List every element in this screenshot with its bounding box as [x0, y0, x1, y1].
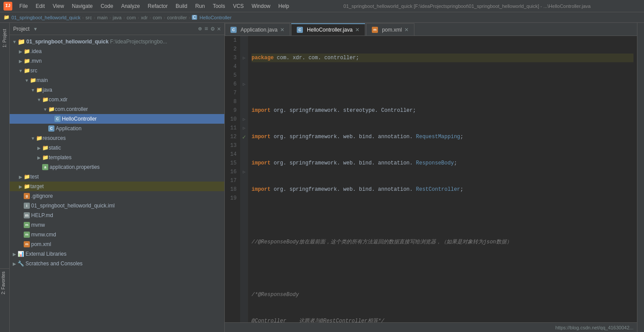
tree-item-gitignore[interactable]: g .gitignore: [10, 191, 224, 201]
tab-application[interactable]: C Application.java ✕: [225, 23, 290, 36]
tree-item-mvnwcmd[interactable]: m mvnw.cmd: [10, 230, 224, 239]
gutter: ▷ ▷ ▷ ▷ ✓ ▷: [240, 36, 248, 322]
tree-item-resources[interactable]: ▼ 📁 resources: [10, 133, 224, 143]
tree-item-templates[interactable]: ▶ 📁 templates: [10, 153, 224, 162]
favorites-tab-label[interactable]: 2: Favorites: [0, 269, 7, 297]
tree-item-root[interactable]: ▼ 📁 01_springboot_helloworld_quick F:\id…: [10, 37, 224, 46]
code-line-7: [252, 211, 633, 220]
tree-item-iml[interactable]: i 01_springboot_helloworld_quick.iml: [10, 201, 224, 211]
tree-root-label: 01_springboot_helloworld_quick F:\ideaPr…: [26, 39, 167, 45]
app-logo: IJ: [4, 2, 12, 11]
menu-window[interactable]: Window: [248, 2, 274, 10]
breadcrumb-class[interactable]: HelloController: [200, 15, 232, 20]
iml-icon: i: [24, 203, 30, 209]
tree-item-com-controller[interactable]: ▼ 📁 com.controller: [10, 104, 224, 114]
tree-arrow-test: ▶: [18, 175, 24, 179]
tree-item-helpmd[interactable]: m HELP.md: [10, 211, 224, 220]
editor-area: C Application.java ✕ C HelloController.j…: [225, 23, 637, 332]
folder-icon-java: 📁: [36, 87, 43, 93]
tree-item-pom[interactable]: m pom.xml: [10, 239, 224, 249]
status-url: https://blog.csdn.net/qq_41630042...: [555, 325, 633, 330]
tree-item-com-xdr[interactable]: ▼ 📁 com.xdr: [10, 95, 224, 104]
favorites-tab[interactable]: 2: Favorites: [0, 268, 10, 297]
tree-label-target: target: [30, 183, 44, 189]
scratches-icon: 🔧: [18, 261, 24, 267]
tree-item-idea[interactable]: ▶ 📁 .idea: [10, 46, 224, 56]
close-panel-icon[interactable]: ✕: [217, 25, 221, 32]
tree-item-src[interactable]: ▼ 📁 src: [10, 66, 224, 75]
line-numbers: 1 2 3 4 5 6 7 8 9 10 11 12 13 14 15 16 1…: [225, 36, 240, 322]
tab-icon-pom: m: [372, 27, 378, 33]
tab-close-application[interactable]: ✕: [280, 27, 284, 33]
main-area: 1: Project Project ▼ ⊕ ≡ ⚙ ✕ ▼ 📁 01_spri…: [0, 23, 644, 332]
project-header: Project ▼ ⊕ ≡ ⚙ ✕: [10, 23, 224, 35]
panel-tab-project[interactable]: 1: Project: [1, 26, 8, 50]
tree-label-mvn: .mvn: [30, 58, 42, 64]
tree-item-mvn[interactable]: ▶ 📁 .mvn: [10, 56, 224, 66]
menu-refactor[interactable]: Refactor: [144, 2, 171, 10]
window-title: 01_springboot_helloworld_quick [F:\ideaP…: [294, 4, 640, 9]
tree-item-target[interactable]: ▶ 📁 target: [10, 182, 224, 191]
tree-item-test[interactable]: ▶ 📁 test: [10, 172, 224, 182]
git-icon: g: [24, 193, 30, 199]
tree-item-main[interactable]: ▼ 📁 main: [10, 75, 224, 85]
locate-file-icon[interactable]: ⊕: [198, 25, 201, 32]
project-header-icons: ⊕ ≡ ⚙ ✕: [198, 25, 221, 32]
tree-label-test: test: [30, 174, 39, 180]
code-content[interactable]: package com. xdr. com. controller; impor…: [248, 36, 637, 322]
menu-tools[interactable]: Tools: [209, 2, 229, 10]
tree-item-hellocontroller[interactable]: C HelloController: [10, 114, 224, 124]
tree-label-gitignore: .gitignore: [31, 193, 53, 199]
menu-view[interactable]: View: [49, 2, 68, 10]
tree-label-src: src: [30, 68, 37, 74]
folder-icon-src: 📁: [24, 68, 30, 74]
project-panel: Project ▼ ⊕ ≡ ⚙ ✕ ▼ 📁 01_springboot_hell…: [10, 23, 225, 332]
tree-label-app-props: application.properties: [50, 164, 100, 170]
code-line-4: import org. springframework. web. bind. …: [252, 132, 633, 141]
collapse-all-icon[interactable]: ≡: [205, 25, 208, 32]
status-bar: https://blog.csdn.net/qq_41630042...: [225, 322, 637, 332]
folder-icon-test: 📁: [24, 174, 30, 180]
tree-item-java[interactable]: ▼ 📁 java: [10, 85, 224, 95]
menu-build[interactable]: Build: [172, 2, 191, 10]
menu-vcs[interactable]: VCS: [230, 2, 248, 10]
tab-label-hellocontroller: HelloController.java: [307, 27, 353, 33]
menu-file[interactable]: File: [16, 2, 31, 10]
tree-item-scratches[interactable]: ▶ 🔧 Scratches and Consoles: [10, 259, 224, 268]
folder-icon-main: 📁: [30, 77, 36, 83]
tree-item-application[interactable]: C Application: [10, 124, 224, 133]
tree-label-mvnw: mvnw: [31, 222, 45, 228]
tab-hellocontroller[interactable]: C HelloController.java ✕: [291, 23, 365, 36]
tab-close-hellocontroller[interactable]: ✕: [355, 27, 360, 33]
mvnwcmd-icon: m: [24, 232, 30, 238]
breadcrumb-project[interactable]: 📁: [4, 14, 10, 20]
tree-item-ext-libs[interactable]: ▶ 📊 External Libraries: [10, 249, 224, 259]
menu-analyze[interactable]: Analyze: [118, 2, 144, 10]
tree-arrow-scratches: ▶: [11, 261, 18, 266]
tree-label-java: java: [43, 87, 52, 93]
breadcrumb-class-icon: C: [192, 15, 197, 20]
breadcrumb: 📁 01_springboot_helloworld_quick › src ›…: [0, 12, 644, 23]
tree-label-com-controller: com.controller: [55, 106, 88, 112]
menu-navigate[interactable]: Navigate: [68, 2, 96, 10]
tab-icon-hellocontroller: C: [297, 27, 303, 33]
menu-run[interactable]: Run: [192, 2, 209, 10]
tree-arrow-target: ▶: [18, 184, 24, 189]
tree-arrow-static: ▶: [36, 146, 42, 150]
code-line-11: @Controller 这两者与@RestController相等*/: [252, 317, 633, 322]
tree-item-mvnw[interactable]: m mvnw: [10, 220, 224, 230]
menu-edit[interactable]: Edit: [32, 2, 48, 10]
tab-close-pom[interactable]: ✕: [404, 27, 409, 33]
menu-help[interactable]: Help: [275, 2, 293, 10]
tree-item-app-props[interactable]: a application.properties: [10, 162, 224, 172]
code-editor[interactable]: 1 2 3 4 5 6 7 8 9 10 11 12 13 14 15 16 1…: [225, 36, 637, 322]
breadcrumb-root[interactable]: 01_springboot_helloworld_quick: [11, 15, 80, 20]
tab-pom[interactable]: m pom.xml ✕: [366, 23, 414, 36]
code-line-8: //@ResponseBody放在最前面，这个类的所有方法返回的数据直接写给浏览…: [252, 238, 633, 246]
tree-item-static[interactable]: ▶ 📁 static: [10, 143, 224, 153]
menu-code[interactable]: Code: [97, 2, 117, 10]
folder-icon-com-controller: 📁: [48, 106, 55, 112]
tree-label-helpmd: HELP.md: [31, 212, 53, 218]
settings-icon[interactable]: ⚙: [211, 25, 214, 32]
tree-label-main: main: [36, 77, 48, 83]
